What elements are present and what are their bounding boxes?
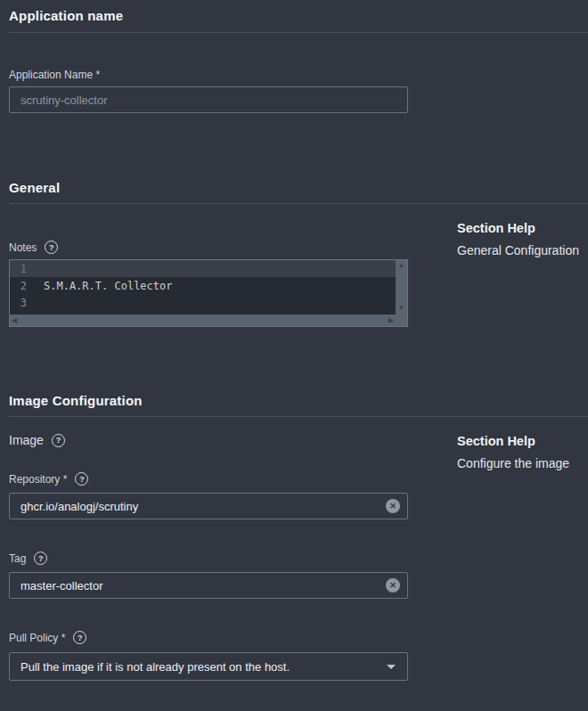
pull-policy-selected-value: Pull the image if it is not already pres… <box>20 660 290 674</box>
pull-policy-select[interactable]: Pull the image if it is not already pres… <box>9 652 408 681</box>
editor-horizontal-scrollbar[interactable]: ◀ ▶ <box>10 315 396 326</box>
line-text: S.M.A.R.T. Collector <box>27 280 173 292</box>
help-icon[interactable]: ? <box>34 552 47 565</box>
section-help-body: Configure the image <box>457 456 588 471</box>
general-section-help: Section Help General Configuration <box>457 221 588 258</box>
clear-input-icon[interactable]: ✕ <box>386 578 400 592</box>
image-fields-column: Image ? Repository * ? ✕ Tag ? ✕ Pull Po… <box>0 417 408 681</box>
section-help-title: Section Help <box>457 434 588 449</box>
app-config-form: Application name Application Name * Gene… <box>0 0 588 711</box>
repository-field-wrap: ✕ <box>9 493 408 519</box>
notes-code-editor: 1 2 S.M.A.R.T. Collector 3 ▲ ▼ <box>9 259 408 327</box>
image-section-help: Section Help Configure the image <box>457 434 588 471</box>
chevron-down-icon <box>387 665 396 669</box>
scroll-down-icon[interactable]: ▼ <box>398 305 405 312</box>
tag-label: Tag ? <box>9 552 408 565</box>
section-divider <box>9 32 588 33</box>
scroll-right-icon[interactable]: ▶ <box>388 317 394 324</box>
section-help-body: General Configuration <box>457 243 588 258</box>
section-help-title: Section Help <box>457 221 588 236</box>
scroll-left-icon[interactable]: ◀ <box>12 317 17 324</box>
notes-label: Notes ? <box>9 241 408 254</box>
clear-input-icon[interactable]: ✕ <box>386 499 400 513</box>
general-fields-column: Notes ? 1 2 S.M.A.R.T. Collector 3 <box>0 204 408 327</box>
editor-line: 1 <box>10 260 396 277</box>
line-number: 3 <box>10 297 27 309</box>
line-number: 2 <box>10 280 27 292</box>
help-icon[interactable]: ? <box>75 472 88 486</box>
editor-line: 2 S.M.A.R.T. Collector <box>10 277 396 294</box>
help-icon[interactable]: ? <box>45 241 58 254</box>
help-icon[interactable]: ? <box>73 631 86 644</box>
repository-label: Repository * ? <box>9 472 408 486</box>
image-section-content: Image ? Repository * ? ✕ Tag ? ✕ Pull Po… <box>0 417 588 681</box>
image-group-label: Image ? <box>9 433 408 447</box>
editor-line: 3 <box>10 294 396 311</box>
help-icon[interactable]: ? <box>52 434 65 447</box>
scroll-up-icon[interactable]: ▲ <box>398 262 405 269</box>
section-title-image-configuration: Image Configuration <box>9 393 588 409</box>
application-name-input[interactable] <box>9 86 408 113</box>
pull-policy-label: Pull Policy * ? <box>9 631 408 644</box>
section-title-general: General <box>9 180 588 196</box>
line-number: 1 <box>10 263 27 275</box>
tag-field-wrap: ✕ <box>9 572 408 599</box>
tag-input[interactable] <box>9 572 408 599</box>
section-title-application-name: Application name <box>9 8 588 24</box>
application-name-field-wrap <box>9 86 408 113</box>
notes-editor-text-area[interactable]: 1 2 S.M.A.R.T. Collector 3 <box>10 260 396 315</box>
editor-vertical-scrollbar[interactable]: ▲ ▼ <box>396 260 407 326</box>
application-name-label: Application Name * <box>9 69 588 81</box>
general-section-content: Notes ? 1 2 S.M.A.R.T. Collector 3 <box>0 204 588 327</box>
repository-input[interactable] <box>9 493 408 519</box>
